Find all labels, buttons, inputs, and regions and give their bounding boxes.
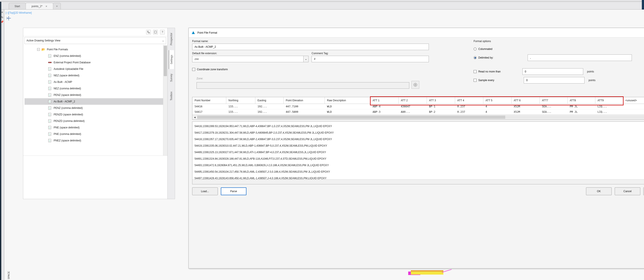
tree-item-label: PENZ (space delimited)	[54, 93, 81, 96]
svg-rect-54	[48, 139, 51, 142]
tree-icon[interactable]	[146, 30, 151, 34]
model-space-label[interactable]: SPACE	[8, 271, 10, 279]
toolspace-panel: ? Active Drawing Settings View ⌄ −📂Point…	[23, 28, 175, 199]
tree-item[interactable]: Autodesk Uploadable File	[24, 66, 166, 72]
svg-point-11	[49, 68, 50, 69]
svg-rect-50	[48, 133, 51, 136]
delimiter-input[interactable]	[528, 54, 632, 61]
read-no-more-input[interactable]	[522, 68, 583, 75]
chevron-down-icon[interactable]: ⌄	[303, 56, 308, 62]
table-cell	[623, 109, 644, 114]
column-header[interactable]: ATT 2	[399, 97, 427, 104]
grid-h-scrollbar[interactable]: ◄ ►	[192, 115, 644, 119]
tree-item[interactable]: PNE (comma delimited)	[24, 131, 166, 137]
comment-tag-input[interactable]	[312, 56, 429, 62]
points-unit: points	[587, 70, 594, 73]
column-header[interactable]: Northing	[226, 97, 255, 104]
tree-item[interactable]: PENZ (space delimited)	[24, 92, 166, 98]
tab-settings[interactable]: Settings	[169, 50, 174, 69]
column-header[interactable]: Point Number	[192, 97, 226, 104]
close-icon[interactable]: ×	[46, 4, 47, 8]
viewport-label[interactable]: [–][Top][2D Wireframe]	[6, 11, 32, 14]
svg-point-40	[50, 114, 50, 115]
tree-item[interactable]: PNEZ (space delimited)	[24, 137, 166, 144]
pin-icon[interactable]: ⇆	[1, 16, 3, 19]
raw-preview-box[interactable]: 54416,13361399.53,1928194.953,447.71,WLD…	[192, 121, 644, 184]
column-header[interactable]: <unused>	[623, 97, 644, 104]
sample-every-input[interactable]	[524, 77, 584, 83]
tree-item[interactable]: PENZD (comma delimited)	[24, 118, 166, 124]
coord-zone-checkbox[interactable]	[192, 68, 195, 71]
svg-point-52	[50, 134, 50, 134]
tree-item[interactable]: As Built - ACMP_2	[24, 98, 166, 105]
file-icon	[48, 139, 52, 142]
column-header[interactable]: ATT 1	[370, 97, 399, 104]
read-no-more-checkbox[interactable]	[474, 70, 476, 73]
column-header[interactable]: Point Elevation	[284, 97, 325, 104]
tab-new[interactable]: ＋	[53, 3, 61, 9]
svg-point-55	[49, 140, 50, 140]
column-header[interactable]: ATT8	[568, 97, 595, 104]
cancel-button[interactable]: Cancel	[615, 187, 640, 195]
tree-item[interactable]: ENZ (comma delimited)	[24, 53, 166, 59]
file-icon	[48, 126, 52, 129]
tree-item-label: PNE (space delimited)	[54, 126, 80, 129]
settings-view-combo[interactable]: Active Drawing Settings View ⌄	[24, 37, 166, 44]
file-icon	[48, 74, 52, 77]
table-row[interactable]: 54417133...192...447.5800WLDABP-3A80...B…	[192, 109, 644, 115]
column-header[interactable]: ATT 6	[512, 97, 540, 104]
raw-h-scrollbar[interactable]	[192, 179, 644, 184]
scroll-left-icon[interactable]: ◄	[192, 115, 197, 120]
table-row[interactable]: 54416133...192...447.7100WLDABP-4436647B…	[192, 104, 644, 109]
svg-rect-38	[48, 113, 51, 116]
columnated-radio[interactable]	[474, 47, 476, 50]
tree-item[interactable]: PENZ (comma delimited)	[24, 105, 166, 111]
column-header[interactable]: Raw Description	[325, 97, 370, 104]
panel-icon[interactable]	[153, 30, 158, 34]
file-icon	[48, 119, 52, 123]
tree-item[interactable]: PNE (space delimited)	[24, 124, 166, 131]
drawing-geometry	[408, 269, 452, 278]
tab-toolbox[interactable]: Toolbox	[169, 87, 174, 105]
tree-root-point-file-formats[interactable]: −📂Point File Formats	[24, 46, 166, 53]
load-button[interactable]: Load...	[192, 187, 218, 195]
collapse-icon[interactable]: −	[37, 48, 40, 51]
zone-globe-button[interactable]	[412, 81, 419, 89]
svg-rect-42	[48, 119, 51, 123]
table-cell	[623, 104, 644, 109]
sample-every-checkbox[interactable]	[474, 79, 476, 82]
svg-rect-34	[48, 106, 51, 110]
tab-start[interactable]: Start	[9, 3, 26, 9]
settings-view-label: Active Drawing Settings View	[26, 39, 60, 42]
close-icon[interactable]: ✕	[1, 11, 3, 14]
parse-button[interactable]: Parse	[221, 187, 246, 195]
settings-tree[interactable]: −📂Point File FormatsENZ (comma delimited…	[23, 45, 168, 156]
tree-scrollbar[interactable]	[163, 45, 168, 156]
tree-item[interactable]: External Project Point Database	[24, 59, 166, 66]
default-ext-combo[interactable]: .csv ⌄	[192, 56, 308, 62]
column-header[interactable]: ATT7	[540, 97, 568, 104]
read-no-more-label: Read no more than	[478, 70, 501, 73]
tab-survey[interactable]: Survey	[169, 69, 174, 86]
column-header[interactable]: ATT 3	[427, 97, 455, 104]
column-header[interactable]: ATT 5	[483, 97, 512, 104]
file-icon	[48, 100, 52, 103]
column-header[interactable]: Easting	[255, 97, 284, 104]
tree-item[interactable]: NEZ (comma delimited)	[24, 85, 166, 92]
drawing-canvas[interactable]: [–][Top][2D Wireframe] ? Active Drawing …	[4, 9, 644, 280]
delimited-radio[interactable]	[474, 56, 476, 59]
svg-point-53	[49, 135, 50, 135]
tree-item[interactable]: NEZ (space delimited)	[24, 72, 166, 79]
format-name-input[interactable]	[192, 44, 429, 50]
tree-item[interactable]: PENZD (space delimited)	[24, 111, 166, 118]
column-header[interactable]: ATT9	[595, 97, 623, 104]
tab-prospector[interactable]: Prospector	[169, 28, 174, 50]
app-logo-icon	[191, 31, 195, 35]
tree-item[interactable]: As Built - ACMP	[24, 79, 166, 85]
help-icon[interactable]: ?	[160, 30, 165, 34]
tree-item-label: PENZ (comma delimited)	[54, 106, 83, 110]
column-header[interactable]: ATT 4	[455, 97, 483, 104]
dialog-titlebar[interactable]: Point File Format ✕	[189, 28, 644, 37]
tab-points2[interactable]: points_2* ×	[26, 3, 53, 9]
ok-button[interactable]: OK	[586, 187, 612, 195]
